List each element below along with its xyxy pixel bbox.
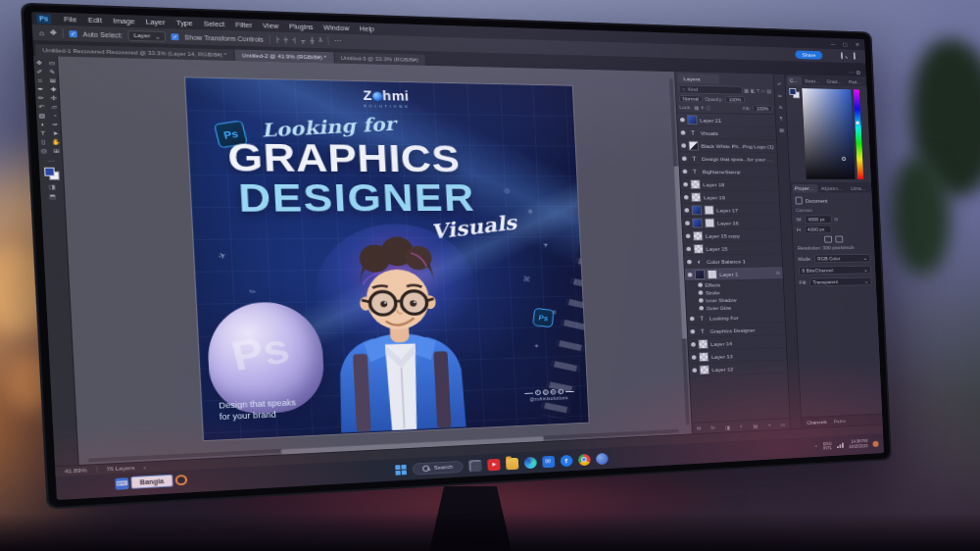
fill-select[interactable]: 100% xyxy=(753,105,772,112)
visibility-eye-icon[interactable] xyxy=(686,233,691,237)
dodge-tool-icon[interactable]: ◖ xyxy=(37,121,48,128)
network-icon[interactable] xyxy=(837,443,844,448)
healing-brush-tool-icon[interactable]: ✚ xyxy=(48,85,59,93)
link-layers-icon[interactable]: ⧉ xyxy=(697,426,701,431)
photoshop-logo[interactable]: Ps xyxy=(36,14,52,24)
menu-plugins[interactable]: Plugins xyxy=(283,23,318,30)
start-button[interactable] xyxy=(396,464,408,475)
new-layer-icon[interactable]: + xyxy=(767,423,770,427)
menu-help[interactable]: Help xyxy=(354,25,379,32)
color-picker-field[interactable] xyxy=(802,88,855,179)
canvas-fill-select[interactable]: Transparent⌄ xyxy=(809,277,872,287)
layer-row-1[interactable]: Layer 21 xyxy=(677,113,775,127)
auto-select-checkbox[interactable]: ✓ xyxy=(70,30,77,37)
link-dimensions-icon[interactable]: ⧉ xyxy=(834,217,838,223)
layer-row-9[interactable]: Layer 16 xyxy=(682,217,780,230)
menu-window[interactable]: Window xyxy=(318,24,355,31)
pen-tool-icon[interactable]: ✑ xyxy=(50,121,61,128)
app-icon[interactable] xyxy=(595,452,608,464)
layer-style-icon[interactable]: fx xyxy=(710,425,714,429)
canvas-area[interactable]: ✈✏⚙✂☁♪✳➤⌘✉✦◎ Zhmi SOLUTIONS Ps Ps Lookin… xyxy=(58,57,692,465)
zoom-tool-icon[interactable]: ◎ xyxy=(38,147,49,155)
visibility-eye-icon[interactable] xyxy=(684,195,689,199)
hue-slider[interactable] xyxy=(854,89,863,179)
visibility-eye-icon[interactable] xyxy=(683,181,688,185)
layer-filter-icon-2[interactable]: T xyxy=(757,88,760,93)
facebook-icon[interactable]: f xyxy=(560,454,572,466)
visibility-eye-icon[interactable] xyxy=(681,143,686,147)
shape-tool-icon[interactable]: ▯ xyxy=(38,138,49,146)
tab-paths[interactable]: Paths xyxy=(834,419,847,425)
brushes-panel-icon[interactable]: ✏ xyxy=(778,93,783,99)
adjustment-layer-icon[interactable]: ◐ xyxy=(740,424,743,428)
search-icon[interactable] xyxy=(841,53,848,60)
visibility-eye-icon[interactable] xyxy=(681,130,686,134)
notification-icon[interactable] xyxy=(872,440,878,446)
share-button[interactable]: Share xyxy=(795,50,822,59)
tab-adjustments[interactable]: Adjustments xyxy=(818,184,848,193)
lasso-tool-icon[interactable]: ✐ xyxy=(34,68,45,75)
menu-filter[interactable]: Filter xyxy=(230,22,258,29)
layer-row-10[interactable]: Layer 15 copy xyxy=(683,228,781,242)
task-view-icon[interactable] xyxy=(468,459,482,472)
layer-row-22[interactable]: Layer 12 xyxy=(689,361,787,377)
history-brush-tool-icon[interactable]: ↶ xyxy=(36,103,47,111)
layer-row-8[interactable]: Layer 17 xyxy=(681,204,779,217)
more-options-icon[interactable]: ⋯ xyxy=(334,37,342,45)
fg-bg-swatch-mini[interactable] xyxy=(789,88,800,99)
align-icon-5[interactable]: ╨ xyxy=(318,38,323,44)
type-tool-icon[interactable]: T xyxy=(37,129,48,137)
tab-channels[interactable]: Channels xyxy=(807,420,827,426)
zoom-level-field[interactable]: 41.89% xyxy=(65,467,98,475)
color-mode-select[interactable]: RGB Color⌄ xyxy=(813,254,870,263)
visibility-eye-icon[interactable] xyxy=(680,117,685,121)
landscape-orientation-icon[interactable] xyxy=(835,236,843,243)
color-swatches[interactable] xyxy=(43,168,59,180)
layer-row-11[interactable]: Layer 15 xyxy=(683,241,781,255)
hand-tool-icon[interactable]: ✋ xyxy=(51,138,62,146)
youtube-icon[interactable] xyxy=(487,458,500,471)
tab-color[interactable]: Color xyxy=(787,76,802,85)
menu-type[interactable]: Type xyxy=(171,20,198,27)
menu-select[interactable]: Select xyxy=(198,21,230,28)
layer-filter-icon-0[interactable]: ▦ xyxy=(744,88,749,93)
tray-language-indicator[interactable]: ENGINTL xyxy=(823,441,832,451)
layer-filter-icon-3[interactable]: ▱ xyxy=(761,88,765,93)
blur-tool-icon[interactable]: ◔ xyxy=(49,112,60,120)
show-transform-checkbox[interactable]: ✓ xyxy=(172,33,179,40)
align-icon-1[interactable]: ╪ xyxy=(283,37,288,43)
chevron-right-icon[interactable]: › xyxy=(143,464,145,470)
crop-tool-icon[interactable]: ⌗ xyxy=(34,76,45,84)
layer-row-4[interactable]: TDesign that spea...for your brand xyxy=(679,152,777,166)
close-button[interactable]: ✕ xyxy=(855,41,859,48)
tab-properties[interactable]: Properties xyxy=(792,184,817,193)
visibility-eye-icon[interactable] xyxy=(690,328,695,333)
portrait-orientation-icon[interactable] xyxy=(824,236,832,243)
home-icon[interactable]: ⌂ xyxy=(39,29,44,36)
mail-icon[interactable]: ✉ xyxy=(542,455,555,467)
frame-tool-icon[interactable]: ⊠ xyxy=(47,76,58,84)
minimize-button[interactable]: ─ xyxy=(831,40,835,47)
visibility-eye-icon[interactable] xyxy=(690,316,695,321)
taskbar-search[interactable]: Search xyxy=(413,460,463,475)
canvas-height-field[interactable]: 4000 px xyxy=(804,225,831,234)
move-tool-icon[interactable]: ✥ xyxy=(34,59,45,67)
maximize-button[interactable]: ▢ xyxy=(842,40,848,47)
eraser-tool-icon[interactable]: ▱ xyxy=(49,103,60,111)
layer-row-7[interactable]: Layer 19 xyxy=(681,191,779,204)
keyboard-mode-icon[interactable] xyxy=(174,475,187,485)
auto-select-dropdown[interactable]: Layer⌄ xyxy=(127,29,166,41)
artboard-tool-icon[interactable]: ⊞ xyxy=(51,147,62,155)
screen-mode-icon[interactable]: ⬒ xyxy=(49,193,56,200)
layer-filter-icon-4[interactable]: ▤ xyxy=(766,88,771,93)
visibility-eye-icon[interactable] xyxy=(699,290,704,294)
visibility-eye-icon[interactable] xyxy=(684,208,689,212)
menu-file[interactable]: File xyxy=(58,16,82,24)
bit-depth-select[interactable]: 8 Bits/Channel⌄ xyxy=(799,266,871,276)
history-panel-icon[interactable]: ↶ xyxy=(777,81,782,87)
align-icon-4[interactable]: ╫ xyxy=(310,37,315,43)
visibility-eye-icon[interactable] xyxy=(699,306,704,310)
canvas-width-field[interactable]: 4000 px xyxy=(805,215,832,224)
character-panel-icon[interactable]: A xyxy=(779,105,783,110)
visibility-eye-icon[interactable] xyxy=(699,298,704,302)
